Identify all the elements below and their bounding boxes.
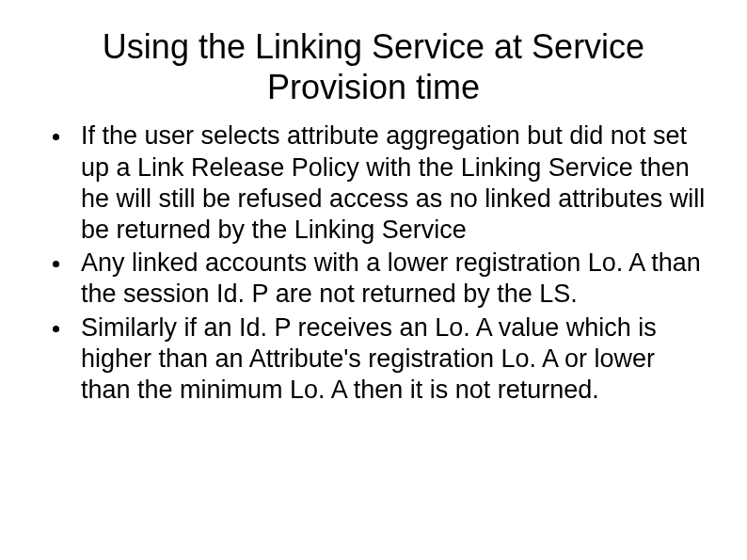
bullet-text: Similarly if an Id. P receives an Lo. A … [81, 313, 657, 404]
bullet-text: Any linked accounts with a lower registr… [81, 248, 701, 308]
slide: Using the Linking Service at Service Pro… [0, 0, 747, 560]
slide-title: Using the Linking Service at Service Pro… [66, 26, 681, 107]
bullet-list: If the user selects attribute aggregatio… [38, 120, 709, 408]
bullet-text: If the user selects attribute aggregatio… [81, 121, 705, 244]
list-item: Any linked accounts with a lower registr… [38, 248, 709, 310]
list-item: If the user selects attribute aggregatio… [38, 120, 709, 246]
list-item: Similarly if an Id. P receives an Lo. A … [38, 312, 709, 407]
